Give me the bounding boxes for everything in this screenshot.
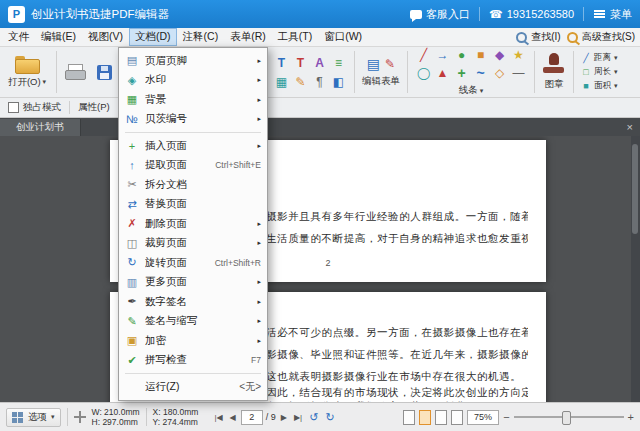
menu-item-crop-pages[interactable]: ◫ 裁剪页面 ▸	[119, 234, 267, 254]
advanced-find-button[interactable]: 高级查找(S)	[567, 30, 635, 44]
menubar-item-document[interactable]: 文档(D)	[129, 28, 177, 46]
view-continuous-facing-icon[interactable]	[451, 410, 463, 425]
menubar-item-edit[interactable]: 编辑(E)	[35, 28, 82, 46]
menu-item-background[interactable]: ▦ 背景 ▸	[119, 90, 267, 110]
rectangle-tool-icon[interactable]	[472, 47, 489, 63]
next-page-button[interactable]: ▶	[279, 412, 289, 423]
view-continuous-icon[interactable]	[419, 410, 431, 425]
menubar-item-tools[interactable]: 工具(T)	[272, 28, 318, 46]
open-button[interactable]: 打开(O) ▾	[3, 49, 51, 95]
paragraph-tool-icon[interactable]	[311, 73, 328, 90]
customer-service-button[interactable]: 客服入口	[410, 7, 470, 22]
distance-tool-button[interactable]: ╱ 距离 ▾	[581, 51, 618, 65]
zoom-slider[interactable]	[514, 410, 624, 424]
menubar-item-file[interactable]: 文件	[2, 28, 35, 46]
prev-page-button[interactable]: ◀	[228, 412, 238, 423]
circle-tool-icon[interactable]	[453, 47, 470, 63]
perimeter-tool-button[interactable]: □ 周长 ▾	[581, 65, 618, 79]
options-button[interactable]: 选项 ▾	[6, 408, 61, 427]
form-edit-icon[interactable]	[385, 56, 395, 72]
submenu-arrow-icon: ▸	[253, 337, 261, 345]
view-single-page-icon[interactable]	[403, 410, 415, 425]
menu-item-label: 提取页面	[145, 158, 211, 172]
menubar-item-view[interactable]: 视图(V)	[82, 28, 129, 46]
menu-item-delete-pages[interactable]: ✗ 删除页面 ▸	[119, 214, 267, 234]
font-tool-icon[interactable]	[311, 54, 328, 71]
stamp-label[interactable]: 图章	[545, 78, 564, 91]
page-number-input[interactable]: 2	[241, 410, 263, 425]
menu-item-replace-pages[interactable]: ⇄ 替换页面	[119, 195, 267, 215]
page-text-line: 活必不可少的点缀。另一方面，在摄影摄像上也存在着	[266, 326, 528, 340]
menu-item-insert-pages[interactable]: + 插入页面 ▸	[119, 136, 267, 156]
last-page-button[interactable]: ▶|	[292, 412, 304, 423]
menu-item-rotate-pages[interactable]: ↻ 旋转页面 Ctrl+Shift+R	[119, 253, 267, 273]
menu-item-split-document[interactable]: ✂ 拆分文档	[119, 175, 267, 195]
lines-dropdown[interactable]: 线条 ▾	[459, 84, 484, 97]
scrollbar-thumb[interactable]	[632, 144, 638, 234]
curve-tool-icon[interactable]	[472, 65, 489, 81]
previous-view-button[interactable]: ↺	[307, 410, 320, 425]
table-tool-icon[interactable]	[273, 73, 290, 90]
close-document-icon[interactable]: ×	[620, 121, 640, 133]
save-button[interactable]	[91, 49, 117, 95]
line-tool-icon[interactable]	[415, 47, 432, 63]
text-tools-group	[270, 54, 350, 90]
next-view-button[interactable]: ↻	[323, 410, 336, 425]
document-tab[interactable]: 创业计划书	[0, 119, 81, 136]
properties-button[interactable]: 属性(P)	[74, 100, 114, 115]
polygon-tool-icon[interactable]	[491, 65, 508, 81]
text-color-tool-icon[interactable]	[292, 54, 309, 71]
menu-item-watermark[interactable]: ◈ 水印 ▸	[119, 71, 267, 91]
app-window: P 创业计划书迅捷PDF编辑器 客服入口 ☎ 19315263580 菜单 文件…	[0, 0, 640, 431]
rotate-pages-icon: ↻	[123, 256, 141, 269]
exclusive-mode-icon	[8, 102, 19, 113]
encrypt-icon: ▣	[123, 334, 141, 347]
view-facing-icon[interactable]	[435, 410, 447, 425]
edit-text-tool-icon[interactable]	[292, 73, 309, 90]
edit-form-label[interactable]: 编辑表单	[362, 75, 400, 88]
first-page-button[interactable]: |◀	[212, 412, 224, 423]
form-field-icon[interactable]	[367, 56, 380, 72]
triangle-tool-icon[interactable]	[434, 65, 451, 81]
menubar-item-comment[interactable]: 注释(C)	[177, 28, 225, 46]
vertical-scrollbar[interactable]	[631, 136, 640, 402]
zoom-out-button[interactable]: −	[503, 411, 509, 423]
align-tool-icon[interactable]	[330, 54, 347, 71]
app-menu-button[interactable]: 菜单	[593, 7, 632, 22]
stamp-icon[interactable]	[542, 53, 566, 75]
menu-item-more-pages[interactable]: ▥ 更多页面 ▸	[119, 273, 267, 293]
ellipse-tool-icon[interactable]	[415, 65, 432, 81]
menu-item-label: 删除页面	[145, 217, 253, 231]
zoom-in-button[interactable]: +	[628, 411, 634, 423]
zoom-level-input[interactable]: 75%	[467, 410, 499, 425]
document-area[interactable]: 摄影并且具有多年行业经验的人群组成。一方面，随着人 生活质量的不断提高，对于自身…	[0, 136, 640, 402]
menu-item-run[interactable]: 运行(Z) <无>	[119, 377, 267, 397]
menu-item-sign-initials[interactable]: ✎ 签名与缩写 ▸	[119, 312, 267, 332]
zoom-slider-knob[interactable]	[562, 411, 571, 425]
diamond-tool-icon[interactable]	[491, 47, 508, 63]
dash-tool-icon[interactable]	[510, 65, 527, 81]
app-menu-label: 菜单	[610, 7, 632, 22]
stamp-group: 图章	[539, 53, 569, 91]
cross-tool-icon[interactable]	[453, 65, 470, 81]
menubar-item-window[interactable]: 窗口(W)	[318, 28, 368, 46]
area-tool-button[interactable]: ■ 面积 ▾	[581, 79, 618, 93]
menu-item-digital-signature[interactable]: ✒ 数字签名 ▸	[119, 292, 267, 312]
menu-item-label: 运行(Z)	[145, 380, 236, 394]
text-tool-icon[interactable]	[273, 54, 290, 71]
highlight-tool-icon[interactable]	[330, 73, 347, 90]
menu-item-label: 更多页面	[145, 275, 253, 289]
print-button[interactable]	[62, 49, 88, 95]
menubar-item-form[interactable]: 表单(R)	[224, 28, 272, 46]
find-button[interactable]: 查找(I)	[516, 30, 560, 44]
arrow-tool-icon[interactable]	[434, 47, 451, 63]
menu-item-spell-check[interactable]: ✔ 拼写检查 F7	[119, 351, 267, 371]
star-tool-icon[interactable]	[510, 47, 527, 63]
menu-item-header-footer[interactable]: ▤ 页眉页脚 ▸	[119, 51, 267, 71]
menu-item-bates-number[interactable]: № 贝茨编号 ▸	[119, 110, 267, 130]
submenu-arrow-icon: ▸	[253, 220, 261, 228]
exclusive-mode-button[interactable]: 独占模式	[4, 100, 65, 115]
menu-item-encrypt[interactable]: ▣ 加密 ▸	[119, 331, 267, 351]
perimeter-icon: □	[581, 67, 591, 77]
menu-item-extract-pages[interactable]: ↑ 提取页面 Ctrl+Shift+E	[119, 156, 267, 176]
